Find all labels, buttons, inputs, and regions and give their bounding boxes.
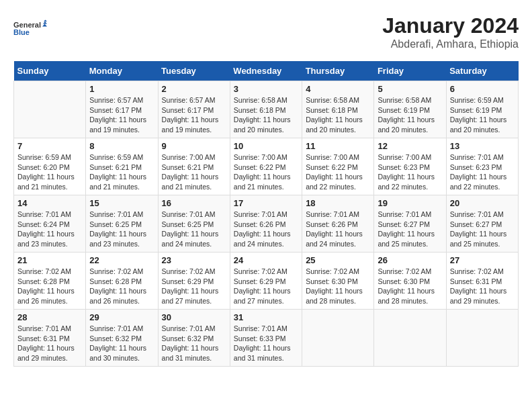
day-number: 24 [234,255,298,265]
day-number: 14 [17,198,82,208]
day-number: 11 [306,141,370,151]
day-info: Sunrise: 6:58 AM Sunset: 6:19 PM Dayligh… [378,95,442,135]
calendar-day-cell: 5Sunrise: 6:58 AM Sunset: 6:19 PM Daylig… [374,81,446,138]
day-number: 25 [306,255,370,265]
calendar-day-cell: 12Sunrise: 7:00 AM Sunset: 6:23 PM Dayli… [374,138,446,195]
day-number: 28 [17,312,82,322]
calendar-day-cell: 23Sunrise: 7:02 AM Sunset: 6:29 PM Dayli… [158,253,230,310]
day-number: 30 [162,312,226,322]
calendar-day-cell [302,310,374,367]
day-number: 18 [306,198,370,208]
day-info: Sunrise: 7:02 AM Sunset: 6:29 PM Dayligh… [234,267,298,306]
calendar-day-cell: 1Sunrise: 6:57 AM Sunset: 6:17 PM Daylig… [86,81,158,138]
calendar-day-cell [446,310,518,367]
day-number: 6 [450,84,515,94]
calendar-day-header: Saturday [446,61,518,81]
day-number: 1 [89,84,154,94]
day-number: 17 [234,198,298,208]
calendar-day-cell: 20Sunrise: 7:01 AM Sunset: 6:27 PM Dayli… [446,195,518,253]
calendar-day-cell: 21Sunrise: 7:02 AM Sunset: 6:28 PM Dayli… [14,253,86,310]
day-number: 2 [162,84,226,94]
day-info: Sunrise: 7:01 AM Sunset: 6:24 PM Dayligh… [17,210,82,249]
day-info: Sunrise: 7:02 AM Sunset: 6:30 PM Dayligh… [306,267,370,306]
day-info: Sunrise: 7:01 AM Sunset: 6:27 PM Dayligh… [378,210,442,249]
page-subtitle: Abderafi, Amhara, Ethiopia [382,38,519,50]
day-number: 31 [234,312,298,322]
day-number: 4 [306,84,370,94]
day-info: Sunrise: 7:02 AM Sunset: 6:31 PM Dayligh… [450,267,515,306]
day-number: 23 [162,255,226,265]
calendar-day-header: Friday [374,61,446,81]
day-info: Sunrise: 6:59 AM Sunset: 6:19 PM Dayligh… [450,95,515,135]
day-info: Sunrise: 6:57 AM Sunset: 6:17 PM Dayligh… [162,95,226,135]
calendar-week-row: 21Sunrise: 7:02 AM Sunset: 6:28 PM Dayli… [14,253,519,310]
logo-svg: General Blue [13,13,47,43]
calendar-header-row: SundayMondayTuesdayWednesdayThursdayFrid… [14,61,519,81]
calendar-day-header: Thursday [302,61,374,81]
logo: General Blue [13,13,47,43]
calendar-table: SundayMondayTuesdayWednesdayThursdayFrid… [13,61,519,367]
day-info: Sunrise: 7:01 AM Sunset: 6:25 PM Dayligh… [162,210,226,249]
day-info: Sunrise: 7:02 AM Sunset: 6:29 PM Dayligh… [162,267,226,306]
calendar-day-cell: 18Sunrise: 7:01 AM Sunset: 6:26 PM Dayli… [302,195,374,253]
calendar-day-cell: 16Sunrise: 7:01 AM Sunset: 6:25 PM Dayli… [158,195,230,253]
day-number: 13 [450,141,515,151]
day-info: Sunrise: 6:58 AM Sunset: 6:18 PM Dayligh… [234,95,298,135]
calendar-day-cell: 15Sunrise: 7:01 AM Sunset: 6:25 PM Dayli… [86,195,158,253]
calendar-day-cell [374,310,446,367]
calendar-day-cell: 11Sunrise: 7:00 AM Sunset: 6:22 PM Dayli… [302,138,374,195]
calendar-day-cell: 10Sunrise: 7:00 AM Sunset: 6:22 PM Dayli… [230,138,302,195]
day-number: 8 [89,141,154,151]
day-number: 7 [17,141,82,151]
title-block: January 2024 Abderafi, Amhara, Ethiopia [382,13,519,50]
calendar-day-cell: 25Sunrise: 7:02 AM Sunset: 6:30 PM Dayli… [302,253,374,310]
day-number: 10 [234,141,298,151]
day-info: Sunrise: 7:01 AM Sunset: 6:25 PM Dayligh… [89,210,154,249]
calendar-week-row: 28Sunrise: 7:01 AM Sunset: 6:31 PM Dayli… [14,310,519,367]
day-number: 27 [450,255,515,265]
day-number: 20 [450,198,515,208]
calendar-day-header: Monday [86,61,158,81]
calendar-day-cell: 17Sunrise: 7:01 AM Sunset: 6:26 PM Dayli… [230,195,302,253]
day-number: 22 [89,255,154,265]
day-info: Sunrise: 6:59 AM Sunset: 6:20 PM Dayligh… [17,152,82,192]
calendar-day-header: Wednesday [230,61,302,81]
calendar-day-cell: 6Sunrise: 6:59 AM Sunset: 6:19 PM Daylig… [446,81,518,138]
day-info: Sunrise: 7:01 AM Sunset: 6:26 PM Dayligh… [234,210,298,249]
day-number: 15 [89,198,154,208]
day-info: Sunrise: 6:57 AM Sunset: 6:17 PM Dayligh… [89,95,154,135]
calendar-day-cell: 24Sunrise: 7:02 AM Sunset: 6:29 PM Dayli… [230,253,302,310]
calendar-week-row: 14Sunrise: 7:01 AM Sunset: 6:24 PM Dayli… [14,195,519,253]
day-info: Sunrise: 7:02 AM Sunset: 6:28 PM Dayligh… [89,267,154,306]
calendar-day-cell: 14Sunrise: 7:01 AM Sunset: 6:24 PM Dayli… [14,195,86,253]
calendar-day-cell: 2Sunrise: 6:57 AM Sunset: 6:17 PM Daylig… [158,81,230,138]
day-info: Sunrise: 7:00 AM Sunset: 6:22 PM Dayligh… [306,152,370,192]
day-info: Sunrise: 7:00 AM Sunset: 6:23 PM Dayligh… [378,152,442,192]
day-info: Sunrise: 6:59 AM Sunset: 6:21 PM Dayligh… [89,152,154,192]
day-info: Sunrise: 6:58 AM Sunset: 6:18 PM Dayligh… [306,95,370,135]
day-number: 19 [378,198,442,208]
day-number: 12 [378,141,442,151]
calendar-week-row: 7Sunrise: 6:59 AM Sunset: 6:20 PM Daylig… [14,138,519,195]
calendar-day-cell: 3Sunrise: 6:58 AM Sunset: 6:18 PM Daylig… [230,81,302,138]
day-number: 16 [162,198,226,208]
svg-marker-4 [42,24,47,27]
day-info: Sunrise: 7:01 AM Sunset: 6:32 PM Dayligh… [89,324,154,363]
page-header: General Blue January 2024 Abderafi, Amha… [13,13,519,50]
svg-marker-2 [44,20,47,22]
day-number: 26 [378,255,442,265]
calendar-day-header: Tuesday [158,61,230,81]
calendar-day-cell: 19Sunrise: 7:01 AM Sunset: 6:27 PM Dayli… [374,195,446,253]
calendar-week-row: 1Sunrise: 6:57 AM Sunset: 6:17 PM Daylig… [14,81,519,138]
calendar-day-cell: 8Sunrise: 6:59 AM Sunset: 6:21 PM Daylig… [86,138,158,195]
day-info: Sunrise: 7:01 AM Sunset: 6:32 PM Dayligh… [162,324,226,363]
day-number: 29 [89,312,154,322]
calendar-day-cell: 7Sunrise: 6:59 AM Sunset: 6:20 PM Daylig… [14,138,86,195]
calendar-day-header: Sunday [14,61,86,81]
page-title: January 2024 [382,13,519,38]
calendar-day-cell: 4Sunrise: 6:58 AM Sunset: 6:18 PM Daylig… [302,81,374,138]
day-info: Sunrise: 7:02 AM Sunset: 6:30 PM Dayligh… [378,267,442,306]
calendar-day-cell: 27Sunrise: 7:02 AM Sunset: 6:31 PM Dayli… [446,253,518,310]
day-number: 3 [234,84,298,94]
day-number: 5 [378,84,442,94]
